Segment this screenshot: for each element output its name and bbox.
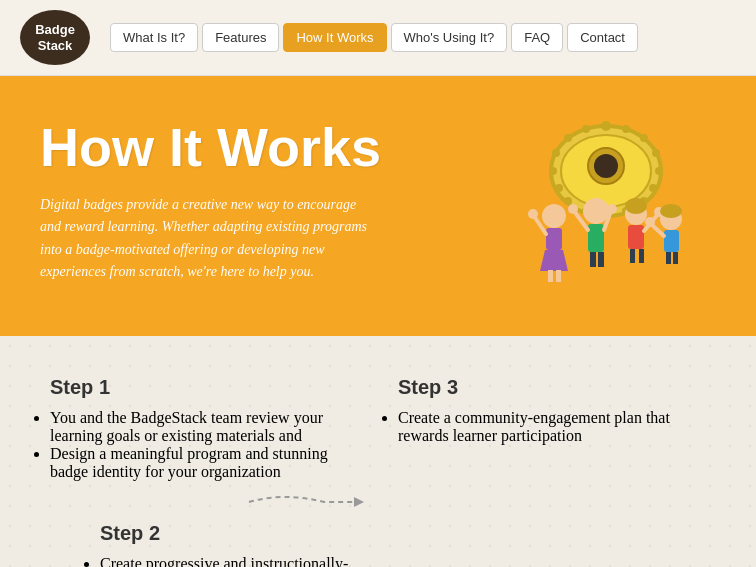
step-2-list: Create progressive and instructionally-s…	[100, 555, 358, 567]
svg-point-5	[652, 149, 660, 157]
step-3-bullet-1: Create a community-engagement plan that …	[398, 409, 706, 445]
svg-rect-21	[546, 228, 562, 250]
hero-description: Digital badges provide a creative new wa…	[40, 194, 380, 284]
arrow-1-to-2	[40, 487, 716, 517]
step-2-title: Step 2	[100, 522, 358, 545]
svg-rect-28	[588, 224, 604, 252]
svg-point-48	[645, 217, 655, 227]
svg-point-36	[625, 198, 647, 214]
logo-text: BadgeStack	[35, 22, 75, 53]
hero-section: How It Works Digital badges provide a cr…	[0, 76, 756, 336]
svg-point-15	[552, 149, 560, 157]
svg-point-27	[583, 198, 609, 224]
arrow-right-svg	[244, 487, 364, 517]
step-3-title: Step 3	[398, 376, 706, 399]
nav-item-features[interactable]: Features	[202, 23, 279, 52]
hero-content: How It Works Digital badges provide a cr…	[40, 116, 476, 284]
svg-point-2	[601, 121, 611, 131]
step-3-block: Step 3 Create a community-engagement pla…	[378, 366, 716, 481]
svg-marker-22	[540, 250, 568, 271]
hero-svg	[496, 116, 716, 296]
step-2-bullet-1: Create progressive and instructionally-s…	[100, 555, 358, 567]
nav-item-what[interactable]: What Is It?	[110, 23, 198, 52]
step-1-block: Step 1 You and the BadgeStack team revie…	[40, 366, 378, 481]
svg-point-17	[582, 125, 590, 133]
nav-item-how[interactable]: How It Works	[283, 23, 386, 52]
steps-grid: Step 1 You and the BadgeStack team revie…	[40, 366, 716, 567]
arrow-3-to-4	[378, 522, 716, 567]
svg-rect-24	[556, 270, 561, 282]
svg-point-12	[564, 197, 572, 205]
svg-rect-38	[630, 249, 635, 263]
svg-point-19	[594, 154, 618, 178]
steps-section: Step 1 You and the BadgeStack team revie…	[0, 336, 756, 567]
step-1-bullet-1: You and the BadgeStack team review your …	[50, 409, 358, 445]
svg-rect-39	[639, 249, 644, 263]
svg-rect-23	[548, 270, 553, 282]
hero-title: How It Works	[40, 116, 476, 178]
header: BadgeStack What Is It? Features How It W…	[0, 0, 756, 76]
main-nav: What Is It? Features How It Works Who's …	[110, 23, 638, 52]
svg-point-20	[542, 204, 566, 228]
step-1-list: You and the BadgeStack team review your …	[50, 409, 358, 481]
svg-rect-44	[664, 230, 679, 252]
step-2-block: Step 2 Create progressive and instructio…	[40, 522, 378, 567]
svg-point-13	[555, 184, 563, 192]
step-1-title: Step 1	[50, 376, 358, 399]
svg-point-34	[607, 204, 617, 214]
svg-point-32	[568, 204, 578, 214]
svg-point-43	[660, 204, 682, 218]
svg-rect-29	[590, 252, 596, 267]
svg-rect-30	[598, 252, 604, 267]
hero-illustration	[496, 116, 716, 296]
svg-rect-37	[628, 225, 644, 249]
svg-point-3	[622, 125, 630, 133]
nav-item-contact[interactable]: Contact	[567, 23, 638, 52]
svg-rect-45	[666, 252, 671, 264]
step-3-list: Create a community-engagement plan that …	[398, 409, 706, 445]
svg-point-4	[640, 134, 648, 142]
svg-point-26	[528, 209, 538, 219]
svg-marker-49	[354, 497, 364, 507]
svg-point-14	[549, 167, 557, 175]
svg-rect-46	[673, 252, 678, 264]
nav-item-faq[interactable]: FAQ	[511, 23, 563, 52]
nav-item-who[interactable]: Who's Using It?	[391, 23, 508, 52]
step-1-bullet-2: Design a meaningful program and stunning…	[50, 445, 358, 481]
svg-point-16	[564, 134, 572, 142]
svg-point-7	[649, 184, 657, 192]
logo[interactable]: BadgeStack	[20, 10, 90, 65]
svg-point-6	[655, 167, 663, 175]
